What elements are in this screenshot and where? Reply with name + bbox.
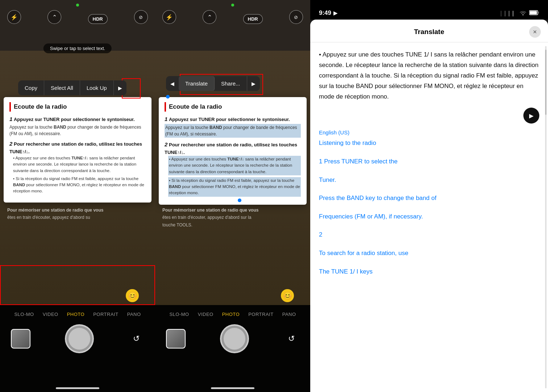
camera-top-bar-2: ⚡ ⌃ HDR ⊘ bbox=[155, 0, 310, 29]
chevron-button-2[interactable]: ⌃ bbox=[203, 10, 216, 24]
scrollbar-track bbox=[545, 46, 547, 388]
home-indicator bbox=[56, 387, 99, 389]
doc-title: Ecoute de la radio bbox=[9, 102, 146, 112]
mode-video-2[interactable]: VIDEO bbox=[198, 312, 213, 317]
english-line-7: Press the BAND key to change the band of bbox=[319, 193, 539, 204]
english-line-13: To search for a radio station, use bbox=[319, 248, 539, 259]
english-line-1: Listening to the radio bbox=[319, 138, 539, 149]
mode-slo-mo[interactable]: SLO-MO bbox=[14, 312, 34, 317]
hint-bar: Swipe or tap to select text. bbox=[43, 43, 112, 53]
mode-video[interactable]: VIDEO bbox=[43, 312, 58, 317]
home-indicator-2 bbox=[211, 387, 254, 389]
chevron-icon: ⌃ bbox=[52, 14, 57, 21]
translate-header: Translate ✕ bbox=[310, 20, 548, 42]
camera-flip-button[interactable]: ⊘ bbox=[134, 10, 148, 24]
emoji-face: 😊 bbox=[126, 289, 139, 302]
camera-flip-2[interactable]: ↺ bbox=[283, 331, 299, 347]
camera-flip[interactable]: ↺ bbox=[128, 331, 144, 347]
step-2: 2 Pour rechercher une station de radio, … bbox=[9, 140, 146, 195]
camera-bottom-bar: SLO-MO VIDEO PHOTO PORTRAIT PANO ↺ bbox=[0, 305, 155, 392]
select-all-menu-item[interactable]: Select All bbox=[44, 80, 80, 95]
mode-pano-2[interactable]: PANO bbox=[282, 312, 296, 317]
scrollbar-thumb[interactable] bbox=[545, 50, 547, 115]
mode-photo[interactable]: PHOTO bbox=[67, 312, 85, 317]
language-label: English (US) bbox=[319, 129, 539, 135]
document-card: Ecoute de la radio 1 Appuyez sur TUNER p… bbox=[4, 97, 151, 203]
mode-portrait[interactable]: PORTRAIT bbox=[93, 312, 119, 317]
camera-bottom-bar-2: SLO-MO VIDEO PHOTO PORTRAIT PANO ↺ bbox=[155, 305, 310, 392]
battery-icon bbox=[529, 10, 539, 17]
step-1: 1 Appuyez sur TUNER pour sélectionner le… bbox=[9, 115, 146, 137]
flash-button[interactable]: ⚡ bbox=[7, 10, 21, 24]
translate-sheet: Translate ✕ • Appuyez sur une des touche… bbox=[310, 20, 548, 392]
emoji-face-2: 😊 bbox=[281, 289, 294, 302]
menu-next-arrow-2[interactable]: ▶ bbox=[247, 76, 260, 91]
panel-1: Pour mémoriser une station de radio que … bbox=[0, 0, 155, 392]
location-icon: ▶ bbox=[333, 10, 337, 16]
english-translation-text: Listening to the radio 1 Press TUNER to … bbox=[319, 138, 539, 277]
translate-close-button[interactable]: ✕ bbox=[529, 26, 541, 38]
doc-title-2: Ecoute de la radio bbox=[165, 102, 301, 112]
selection-handle-end bbox=[238, 199, 241, 202]
menu-prev-arrow[interactable]: ◀ bbox=[166, 76, 179, 91]
photo-thumbnail-2[interactable] bbox=[166, 329, 186, 349]
mode-portrait-2[interactable]: PORTRAIT bbox=[248, 312, 274, 317]
camera-off-icon: ⊘ bbox=[139, 14, 143, 20]
translate-menu-item[interactable]: Translate bbox=[179, 76, 215, 91]
step-2-p2: 2 Pour rechercher une station de radio, … bbox=[165, 141, 301, 197]
chevron-icon-2: ⌃ bbox=[207, 14, 212, 21]
hdr-button-2[interactable]: HDR bbox=[243, 14, 263, 24]
hdr-button[interactable]: HDR bbox=[88, 14, 108, 24]
wifi-icon bbox=[520, 11, 526, 16]
french-translation-text: • Appuyez sur une des touches TUNE 1/ I … bbox=[319, 50, 539, 102]
status-icons: ▏▏▏▏ bbox=[501, 10, 539, 17]
english-line-15: The TUNE 1/ I keys bbox=[319, 266, 539, 278]
english-line-5: Tuner. bbox=[319, 175, 539, 186]
photo-thumbnail[interactable] bbox=[11, 329, 30, 349]
look-up-menu-item[interactable]: Look Up bbox=[80, 80, 114, 95]
signal-icon: ▏▏▏▏ bbox=[501, 11, 517, 16]
panel-2: Pour mémoriser une station de radio que … bbox=[155, 0, 310, 392]
shutter-button-2[interactable] bbox=[220, 324, 249, 353]
flash-icon-2: ⚡ bbox=[166, 14, 173, 21]
mode-pano[interactable]: PANO bbox=[127, 312, 141, 317]
step-1-p2: 1 Appuyez sur TUNER pour sélectionner le… bbox=[165, 115, 301, 138]
status-bar: 9:49 ▶ ▏▏▏▏ bbox=[310, 0, 548, 20]
shutter-button[interactable] bbox=[65, 324, 94, 353]
flash-button-2[interactable]: ⚡ bbox=[162, 10, 176, 24]
english-line-3: 1 Press TUNER to select the bbox=[319, 156, 539, 167]
mode-photo-2[interactable]: PHOTO bbox=[222, 312, 240, 317]
panel-3-translate: 9:49 ▶ ▏▏▏▏ bbox=[310, 0, 548, 392]
camera-flip-button-2[interactable]: ⊘ bbox=[289, 10, 303, 24]
chevron-button[interactable]: ⌃ bbox=[47, 10, 61, 24]
menu-next-arrow[interactable]: ▶ bbox=[114, 81, 126, 95]
status-time: 9:49 ▶ bbox=[319, 9, 337, 17]
flash-icon: ⚡ bbox=[11, 14, 18, 21]
camera-controls-2: ↺ bbox=[155, 324, 310, 353]
mode-slo-mo-2[interactable]: SLO-MO bbox=[169, 312, 189, 317]
selection-handle-start bbox=[166, 95, 170, 99]
context-menu: Copy Select All Look Up ▶ bbox=[18, 80, 126, 95]
context-menu-2: ◀ Translate Share... ▶ bbox=[166, 76, 260, 91]
share-menu-item[interactable]: Share... bbox=[215, 76, 247, 91]
document-card-2: Ecoute de la radio 1 Appuyez sur TUNER p… bbox=[159, 97, 307, 205]
copy-menu-item[interactable]: Copy bbox=[18, 80, 44, 95]
camera-off-icon-2: ⊘ bbox=[294, 14, 298, 20]
translate-title: Translate bbox=[329, 28, 529, 36]
camera-modes-2: SLO-MO VIDEO PHOTO PORTRAIT PANO bbox=[155, 305, 310, 321]
english-line-11: 2 bbox=[319, 229, 539, 241]
english-line-9: Frequencies (FM or AM), if necessary. bbox=[319, 211, 539, 222]
translate-body[interactable]: • Appuyez sur une des touches TUNE 1/ I … bbox=[310, 42, 548, 392]
camera-controls: ↺ bbox=[0, 324, 155, 353]
play-button[interactable]: ▶ bbox=[523, 108, 539, 124]
svg-rect-1 bbox=[530, 11, 537, 14]
camera-top-bar: ⚡ ⌃ HDR ⊘ bbox=[0, 0, 155, 29]
camera-modes: SLO-MO VIDEO PHOTO PORTRAIT PANO bbox=[0, 305, 155, 321]
